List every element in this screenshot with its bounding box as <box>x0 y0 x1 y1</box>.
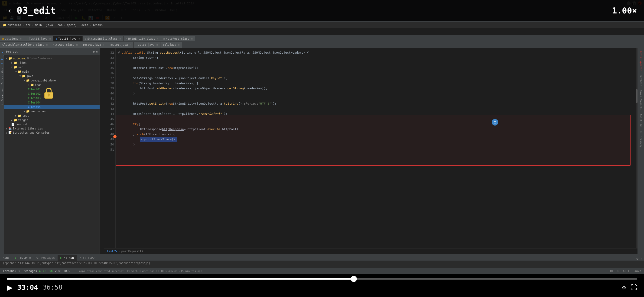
btab-run[interactable]: ▶ 4: Run <box>58 255 76 261</box>
progress-thumb[interactable] <box>351 276 357 282</box>
rpanel-hierarchy[interactable]: 8: Hierarchy <box>639 129 643 149</box>
tree-main[interactable]: ▼ 📁 main <box>4 69 100 74</box>
bc-com[interactable]: com <box>57 23 62 27</box>
code-line-40: } <box>118 91 635 96</box>
tab-close-test01[interactable]: ✕ <box>130 43 131 46</box>
tree-target[interactable]: ▶ 📁 target <box>4 118 100 122</box>
tree-autodemo-root[interactable]: ▼ 📁 autodemo D:\demo\autodemo <box>4 56 100 60</box>
bc-test05[interactable]: Test05 <box>93 23 102 27</box>
tree-src[interactable]: ▼ 📁 src <box>4 65 100 69</box>
tab-test01[interactable]: Test01.java ✕ <box>107 42 134 48</box>
tree-scratches-consoles[interactable]: ▶ 📝 Scratches and Consoles <box>4 131 100 135</box>
bc-java[interactable]: java <box>46 23 53 27</box>
code-line-44: HttpClient httpClient = HttpClients.crea… <box>118 111 635 116</box>
cursor-dot: I <box>492 119 498 126</box>
svg-rect-2 <box>48 95 49 96</box>
nav-test05[interactable]: Test05 <box>107 250 117 253</box>
left-sidebar: 1: Project 2: Favorites 7: Structure Pro… <box>0 48 100 269</box>
terminal-tab[interactable]: Terminal <box>3 269 16 273</box>
tab-test02[interactable]: Test02.java ✕ <box>134 42 160 48</box>
rpanel-maven[interactable]: Maven Projects <box>639 88 643 111</box>
vtab-favorites[interactable]: 2: Favorites <box>0 66 4 86</box>
tree-test[interactable]: ▶ 📁 test <box>4 113 100 118</box>
tab-test03[interactable]: Test03.java ✕ <box>80 42 107 48</box>
vtab-project[interactable]: 1: Project <box>0 48 4 66</box>
bc-autodemo[interactable]: autodemo <box>8 23 21 27</box>
line-separator-label: CRLF <box>623 269 630 273</box>
btab-messages[interactable]: 0: Messages <box>34 255 58 261</box>
code-line-48: } catch (IOException e) { <box>118 132 635 137</box>
tab-close-test04[interactable]: ✕ <box>49 37 51 40</box>
back-button[interactable]: ‹ <box>7 6 12 15</box>
play-button[interactable]: ▶ <box>7 282 12 293</box>
tab-close-autodemo[interactable]: ✕ <box>20 37 22 40</box>
btab-test04[interactable]: ▶ Test04 ✕ <box>12 255 34 261</box>
tab-httpget[interactable]: HttpGet.class ✕ <box>50 42 80 48</box>
settings-icon[interactable]: ⚙ <box>622 284 626 291</box>
controls-row: ▶ 33:04 36:58 ⚙ ⛶ <box>0 282 644 293</box>
current-time: 33:04 <box>17 283 38 292</box>
tab-close-sql[interactable]: ✕ <box>178 43 180 46</box>
tree-resources[interactable]: ▶ 📁 resources <box>4 109 100 113</box>
run-tab[interactable]: ▶ 4: Run <box>39 269 53 273</box>
rpanel-database[interactable]: Database <box>639 73 643 88</box>
rpanel-ant[interactable]: Ant Build <box>639 112 643 128</box>
code-line-39: httpPost.addHeader(headerKey, jsonObject… <box>118 86 635 91</box>
tree-pom[interactable]: 📄 pom.xml <box>4 122 100 126</box>
progress-bar[interactable] <box>7 278 637 280</box>
tab-test05[interactable]: ⚙ Test05.java ✕ <box>54 36 83 42</box>
btab-todo[interactable]: ✓ 6: TODO <box>76 255 97 261</box>
tree-external-libraries[interactable]: ▶ 📚 External Libraries <box>4 126 100 131</box>
tab-stringentity[interactable]: S StringEntity.class ✕ <box>83 36 124 42</box>
video-header: ‹ 03_edit 1.00× <box>0 0 644 21</box>
tab-close-test03[interactable]: ✕ <box>103 43 104 46</box>
tab-autodemo[interactable]: m autodemo ✕ <box>0 36 24 42</box>
tab-close-test05[interactable]: ✕ <box>78 37 80 40</box>
tab-sql[interactable]: Sql.java ✕ <box>160 42 182 48</box>
vtab-structure[interactable]: 7: Structure <box>0 86 4 107</box>
control-icons: ⚙ ⛶ <box>622 284 637 291</box>
tree-idea[interactable]: ▶ 📁 .idea <box>4 60 100 65</box>
bc-qzcsbj[interactable]: qzcsbj <box>67 23 77 27</box>
tab-close-closeablehttpclient[interactable]: ✕ <box>46 43 48 46</box>
encoding-label: UTF-8 <box>610 269 618 273</box>
project-header: Project ⚙ ✕ <box>4 48 100 55</box>
tab-close-httpget[interactable]: ✕ <box>76 43 78 46</box>
tab-bar-row2: CloseableHttpClient.class ✕ HttpGet.clas… <box>0 41 644 48</box>
nav-postrequest[interactable]: postRequest() <box>122 250 143 253</box>
project-settings-icon[interactable]: ⚙ <box>93 50 95 53</box>
tab-httpentity[interactable]: H HttpEntity.class ✕ <box>124 36 161 42</box>
status-right: UTF-8 CRLF Java <box>610 269 641 273</box>
bc-main[interactable]: main <box>35 23 42 27</box>
todo-tab[interactable]: ✓ 6: TODO <box>55 269 70 273</box>
tab-close-stringentity[interactable]: ✕ <box>119 37 121 40</box>
bc-demo[interactable]: demo <box>82 23 88 27</box>
tab-close-httppost[interactable]: ✕ <box>191 37 193 40</box>
tab-httppost[interactable]: H HttpPost.class ✕ <box>161 36 195 42</box>
zoom-indicator: 1.00× <box>612 6 637 15</box>
btab-test04-close[interactable]: ✕ <box>29 256 31 260</box>
bottom-close-icon[interactable]: ⬇ <box>640 257 642 261</box>
video-title: 03_edit <box>17 5 56 16</box>
code-editor[interactable]: @ public static String postRequest(Strin… <box>116 48 638 253</box>
tab-closeablehttpclient[interactable]: CloseableHttpClient.class ✕ <box>0 42 50 48</box>
bottom-settings-icon[interactable]: ⚙ <box>636 257 638 261</box>
gutter-indicator <box>113 135 116 138</box>
tree-java[interactable]: ▼ 📁 java <box>4 74 100 78</box>
code-line-50: } <box>118 142 635 147</box>
tab-close-httpentity[interactable]: ✕ <box>157 37 158 40</box>
tree-test04[interactable]: C Test04 <box>4 100 100 105</box>
bc-src[interactable]: src <box>26 23 31 27</box>
tree-test05[interactable]: C Test05 <box>4 105 100 109</box>
scrollbar-thumb[interactable] <box>636 89 638 103</box>
editor-scrollbar[interactable] <box>636 48 638 253</box>
tree-com-qzcsbj-demo[interactable]: ▼ 📁 com.qzcsbj.demo <box>4 78 100 83</box>
fullscreen-icon[interactable]: ⛶ <box>630 284 637 291</box>
bottom-nav: Test05 › postRequest() <box>104 248 638 254</box>
project-close-icon[interactable]: ✕ <box>96 50 98 53</box>
rpanel-redis[interactable]: Redis Explorer <box>639 49 643 72</box>
tab-close-test02[interactable]: ✕ <box>156 43 158 46</box>
tab-test04[interactable]: T Test04.java ✕ <box>24 36 54 42</box>
messages-tab[interactable]: 0: Messages <box>18 269 37 273</box>
vertical-tabs-left: 1: Project 2: Favorites 7: Structure <box>0 48 4 269</box>
